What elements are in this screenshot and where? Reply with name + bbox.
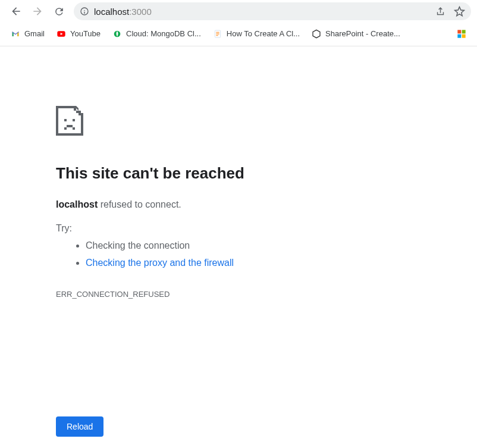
arrow-right-icon <box>32 5 43 17</box>
svg-rect-3 <box>457 30 461 33</box>
bookmarks-bar: Gmail YouTube Cloud: MongoDB Cl... How T… <box>0 23 477 46</box>
star-icon[interactable] <box>454 6 465 17</box>
svg-rect-5 <box>457 34 461 37</box>
address-bar[interactable]: localhost:3000 <box>74 2 471 20</box>
url-host: localhost <box>94 7 129 17</box>
youtube-icon <box>57 29 66 39</box>
bookmark-label: How To Create A Cl... <box>227 29 300 38</box>
reload-button[interactable]: Reload <box>56 416 103 437</box>
svg-rect-6 <box>462 34 466 37</box>
info-icon <box>80 7 89 16</box>
bookmark-howto[interactable]: How To Create A Cl... <box>213 29 300 39</box>
bookmark-mongodb[interactable]: Cloud: MongoDB Cl... <box>112 29 201 39</box>
bookmark-label: Gmail <box>24 29 45 38</box>
bookmark-label: YouTube <box>70 29 101 38</box>
browser-toolbar: localhost:3000 <box>0 0 477 23</box>
share-icon[interactable] <box>435 7 445 17</box>
reload-icon <box>54 6 65 17</box>
svg-rect-4 <box>462 30 466 33</box>
suggestion-link[interactable]: Checking the proxy and the firewall <box>86 258 234 268</box>
error-host: localhost <box>56 199 98 209</box>
gmail-icon <box>11 29 20 39</box>
bookmark-label: SharePoint - Create... <box>325 29 400 38</box>
forward-button[interactable] <box>27 1 48 21</box>
suggestion-plain: Checking the connection <box>86 237 321 255</box>
try-label: Try: <box>56 223 321 234</box>
sad-page-icon <box>56 106 321 140</box>
bookmark-label: Cloud: MongoDB Cl... <box>126 29 201 38</box>
error-message: localhost refused to connect. <box>56 199 321 210</box>
bookmark-sharepoint[interactable]: SharePoint - Create... <box>312 29 400 39</box>
try-suggestions: Checking the connection Checking the pro… <box>56 237 321 272</box>
page-icon <box>213 29 222 39</box>
url-display: localhost:3000 <box>94 7 152 17</box>
bookmark-gmail[interactable]: Gmail <box>11 29 45 39</box>
reload-nav-button[interactable] <box>49 1 69 21</box>
arrow-left-icon <box>10 5 22 17</box>
bookmark-youtube[interactable]: YouTube <box>57 29 101 39</box>
error-page: This site can't be reached localhost ref… <box>0 46 321 299</box>
back-button[interactable] <box>6 1 26 21</box>
error-code: ERR_CONNECTION_REFUSED <box>56 290 321 299</box>
url-port: :3000 <box>129 7 152 17</box>
error-heading: This site can't be reached <box>56 164 321 183</box>
sharepoint-icon <box>312 29 321 39</box>
error-msg-rest: refused to connect. <box>98 199 181 209</box>
suggestion-link-item: Checking the proxy and the firewall <box>86 255 321 272</box>
mongodb-icon <box>112 29 122 39</box>
microsoft-icon[interactable] <box>457 29 466 39</box>
